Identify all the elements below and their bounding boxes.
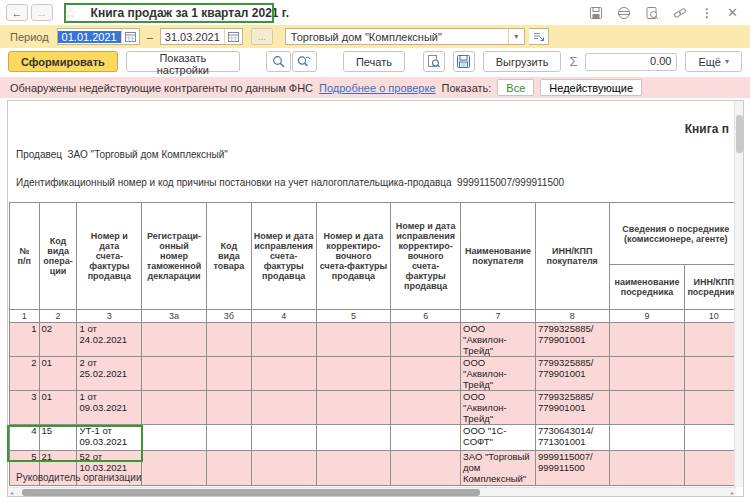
table-row[interactable]: 3 01 1 от 09.03.2021 ООО "Аквилон-Трейд"… bbox=[10, 391, 743, 425]
export-button[interactable]: Выгрузить bbox=[483, 51, 562, 72]
print-preview-icon[interactable] bbox=[423, 51, 445, 72]
more-menu-icon[interactable]: ⋮ bbox=[701, 6, 713, 20]
select-list-icon[interactable] bbox=[529, 28, 549, 45]
horizontal-scrollbar-thumb[interactable] bbox=[22, 489, 480, 496]
cell-empty[interactable] bbox=[391, 391, 461, 425]
cell-invoice[interactable]: 1 от 24.02.2021 bbox=[77, 323, 142, 357]
details-link[interactable]: Подробнее о проверке bbox=[319, 82, 435, 94]
window-title: Книга продаж за 1 квартал 2021 г. bbox=[83, 4, 297, 22]
cell-buyer[interactable]: ООО "Аквилон-Трейд" bbox=[461, 323, 536, 357]
cell-inn[interactable]: 9999115007/ 999911500 bbox=[535, 451, 609, 486]
find-next-icon[interactable] bbox=[292, 51, 317, 72]
show-settings-button[interactable]: Показать настройки bbox=[126, 51, 240, 72]
cell-inn[interactable]: 7730643014/ 771301001 bbox=[535, 425, 609, 451]
forward-button[interactable]: → bbox=[31, 4, 53, 21]
cell-opcode[interactable]: 15 bbox=[39, 425, 77, 451]
chevron-down-icon: ▾ bbox=[725, 57, 729, 66]
calendar-icon[interactable] bbox=[224, 29, 242, 44]
cell-empty[interactable] bbox=[609, 357, 685, 391]
cell-empty[interactable] bbox=[206, 425, 251, 451]
date-to-value[interactable]: 31.03.2021 bbox=[161, 31, 224, 43]
vertical-scrollbar-thumb[interactable] bbox=[736, 115, 743, 153]
table-row[interactable]: 4 15 УТ-1 от 09.03.2021 ООО "1С-СОФТ" 77… bbox=[10, 425, 743, 451]
cell-empty[interactable] bbox=[251, 451, 316, 486]
toggle-all-button[interactable]: Все bbox=[497, 79, 534, 96]
cell-invoice[interactable]: 2 от 25.02.2021 bbox=[77, 357, 142, 391]
cell-num[interactable]: 4 bbox=[10, 425, 40, 451]
more-button[interactable]: Ещё ▾ bbox=[685, 51, 742, 72]
table-row[interactable]: 2 01 2 от 25.02.2021 ООО "Аквилон-Трейд"… bbox=[10, 357, 743, 391]
cell-empty[interactable] bbox=[316, 357, 391, 391]
cell-empty[interactable] bbox=[251, 357, 316, 391]
cell-empty[interactable] bbox=[391, 425, 461, 451]
save-icon[interactable] bbox=[453, 51, 475, 72]
cell-empty[interactable] bbox=[206, 357, 251, 391]
date-from-field[interactable]: 01.01.2021 bbox=[57, 28, 140, 45]
cell-empty[interactable] bbox=[206, 391, 251, 425]
inn-line: Идентификационный номер и код причины по… bbox=[16, 177, 564, 188]
cell-empty[interactable] bbox=[609, 451, 685, 486]
close-icon[interactable]: ✕ bbox=[727, 5, 738, 20]
cell-num[interactable]: 2 bbox=[10, 357, 40, 391]
vertical-scrollbar[interactable] bbox=[734, 101, 743, 487]
cell-empty[interactable] bbox=[142, 391, 207, 425]
col-num: 3а bbox=[142, 310, 207, 323]
cell-opcode[interactable]: 01 bbox=[39, 357, 77, 391]
cell-empty[interactable] bbox=[251, 391, 316, 425]
report-document: Книга п Продавец ЗАО "Торговый дом Компл… bbox=[7, 100, 744, 497]
cell-empty[interactable] bbox=[391, 357, 461, 391]
cell-inn[interactable]: 7799325885/ 779901001 bbox=[535, 391, 609, 425]
cell-empty[interactable] bbox=[316, 425, 391, 451]
cell-num[interactable]: 1 bbox=[10, 323, 40, 357]
back-button[interactable]: ← bbox=[6, 4, 28, 21]
cell-empty[interactable] bbox=[142, 323, 207, 357]
globe-icon[interactable] bbox=[617, 6, 631, 20]
save-window-icon[interactable] bbox=[589, 6, 603, 20]
cell-buyer[interactable]: ООО "Аквилон-Трейд" bbox=[461, 391, 536, 425]
date-to-field[interactable]: 31.03.2021 bbox=[160, 28, 243, 45]
horizontal-scrollbar[interactable]: ◂ ▸ bbox=[8, 487, 736, 496]
cell-buyer[interactable]: ООО "1С-СОФТ" bbox=[461, 425, 536, 451]
cell-num[interactable]: 3 bbox=[10, 391, 40, 425]
cell-opcode[interactable]: 01 bbox=[39, 391, 77, 425]
cell-empty[interactable] bbox=[316, 391, 391, 425]
search-page-icon[interactable] bbox=[645, 6, 659, 20]
favorite-star-icon[interactable]: ☆ bbox=[64, 5, 77, 21]
cell-inn[interactable]: 7799325885/ 779901001 bbox=[535, 357, 609, 391]
cell-empty[interactable] bbox=[609, 425, 685, 451]
search-icon[interactable] bbox=[266, 51, 291, 72]
cell-empty[interactable] bbox=[206, 323, 251, 357]
table-row[interactable]: 1 02 1 от 24.02.2021 ООО "Аквилон-Трейд"… bbox=[10, 323, 743, 357]
cell-empty[interactable] bbox=[251, 323, 316, 357]
print-button[interactable]: Печать bbox=[343, 51, 405, 72]
cell-empty[interactable] bbox=[609, 391, 685, 425]
organization-combobox[interactable]: Торговый дом "Комплексный" ▾ bbox=[285, 28, 525, 45]
cell-empty[interactable] bbox=[142, 425, 207, 451]
chevron-down-icon[interactable]: ▾ bbox=[508, 29, 524, 44]
link-icon[interactable] bbox=[673, 6, 687, 20]
cell-empty[interactable] bbox=[316, 451, 391, 486]
period-options-button[interactable]: ... bbox=[251, 28, 273, 45]
cell-empty[interactable] bbox=[391, 323, 461, 357]
sum-field[interactable]: 0.00 bbox=[585, 53, 677, 71]
cell-empty[interactable] bbox=[316, 323, 391, 357]
fns-warning-bar: Обнаружены недействующие контрагенты по … bbox=[0, 77, 750, 98]
cell-empty[interactable] bbox=[206, 451, 251, 486]
cell-inn[interactable]: 7799325885/ 779901001 bbox=[535, 323, 609, 357]
date-from-value[interactable]: 01.01.2021 bbox=[58, 31, 121, 43]
cell-invoice[interactable]: 1 от 09.03.2021 bbox=[77, 391, 142, 425]
calendar-icon[interactable] bbox=[121, 29, 139, 44]
cell-opcode[interactable]: 02 bbox=[39, 323, 77, 357]
cell-buyer[interactable]: ЗАО "Торговый дом Комплексный" bbox=[461, 451, 536, 486]
cell-empty[interactable] bbox=[251, 425, 316, 451]
organization-value[interactable]: Торговый дом "Комплексный" bbox=[286, 31, 508, 43]
generate-button[interactable]: Сформировать bbox=[8, 51, 118, 72]
cell-invoice[interactable]: УТ-1 от 09.03.2021 bbox=[77, 425, 142, 451]
cell-empty[interactable] bbox=[609, 323, 685, 357]
cell-empty[interactable] bbox=[142, 357, 207, 391]
cell-empty[interactable] bbox=[391, 451, 461, 486]
cell-empty[interactable] bbox=[142, 451, 207, 486]
toggle-inactive-button[interactable]: Недействующие bbox=[540, 79, 642, 96]
cell-buyer[interactable]: ООО "Аквилон-Трейд" bbox=[461, 357, 536, 391]
col-num: 4 bbox=[251, 310, 316, 323]
